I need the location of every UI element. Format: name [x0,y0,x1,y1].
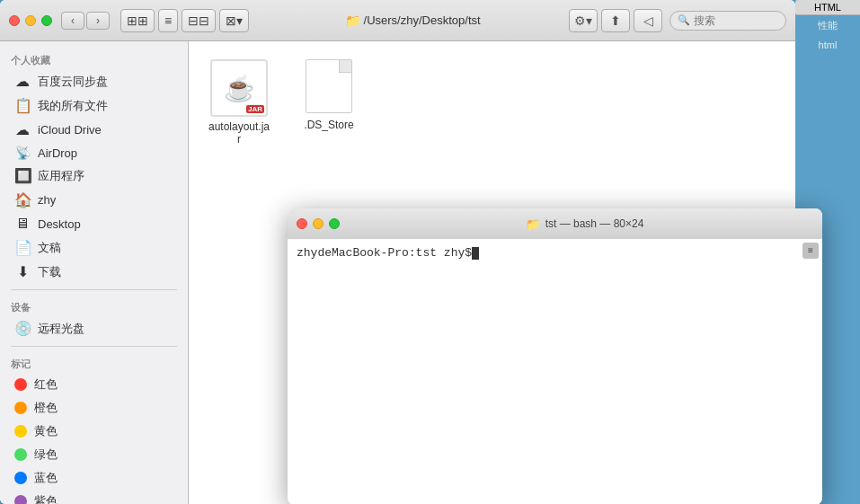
sidebar-item-apps[interactable]: 🔲 应用程序 [4,164,184,188]
cloud-icon: ☁ [14,73,31,90]
airdrop-icon: 📡 [14,146,31,160]
sidebar-label-green: 绿色 [34,447,58,463]
sidebar-label-icloud: iCloud Drive [38,123,102,137]
tags-section-title: 标记 [0,352,188,373]
file-name-autolayout: autolayout.jar [207,120,271,146]
sidebar-item-icloud[interactable]: ☁ iCloud Drive [4,118,184,142]
sidebar-label-downloads: 下载 [38,264,61,280]
search-icon: 🔍 [678,14,690,26]
terminal-traffic-lights [297,218,340,229]
sidebar-divider-2 [11,346,177,347]
terminal-minimize-button[interactable] [313,218,324,229]
terminal-zoom-button[interactable] [329,218,340,229]
orange-dot [14,402,27,414]
favorites-section-title: 个人收藏 [0,49,188,69]
zoom-button[interactable] [41,15,52,26]
desktop-icon: 🖥 [14,216,31,232]
sidebar-tag-orange[interactable]: 橙色 [4,396,184,420]
apps-icon: 🔲 [14,167,31,184]
sidebar-label-baidu: 百度云同步盘 [38,74,108,90]
sidebar-item-downloads[interactable]: ⬇ 下载 [4,260,184,284]
sidebar-label-desktop: Desktop [38,217,81,231]
nav-buttons: ‹ › [61,12,110,30]
sidebar-label-zhy: zhy [38,193,56,207]
terminal-title: 📁 tst — bash — 80×24 [356,217,813,231]
window-title: 📁 /Users/zhy/Desktop/tst [256,13,569,28]
list-view-button[interactable]: ≡ [158,9,178,32]
sidebar-label-remote-disc: 远程光盘 [38,321,84,337]
sidebar-item-zhy[interactable]: 🏠 zhy [4,188,184,212]
sidebar-label-allfiles: 我的所有文件 [38,98,108,114]
blue-dot [14,472,27,484]
search-box: 🔍 [669,11,786,31]
devices-section-title: 设备 [0,296,188,316]
sidebar-divider-1 [11,289,177,290]
file-item-dsstore[interactable]: .DS_Store [293,56,365,149]
view-buttons: ⊞⊞ ≡ ⊟⊟ ⊠▾ [120,9,249,32]
minimize-button[interactable] [25,15,36,26]
sidebar-tag-yellow[interactable]: 黄色 [4,420,184,443]
terminal-cursor [472,247,479,260]
downloads-icon: ⬇ [14,263,31,280]
sidebar-label-red: 红色 [34,376,58,393]
purple-dot [14,495,27,504]
sidebar-tag-purple[interactable]: 紫色 [4,490,184,504]
icon-view-button[interactable]: ⊞⊞ [120,9,155,32]
search-input[interactable] [694,14,778,27]
performance-tab[interactable]: 性能 [795,15,860,36]
home-icon: 🏠 [14,191,31,208]
icloud-icon: ☁ [14,121,31,138]
sidebar-item-baidu[interactable]: ☁ 百度云同步盘 [4,69,184,93]
red-dot [14,378,27,391]
terminal-close-button[interactable] [297,218,307,229]
gear-button[interactable]: ⚙▾ [569,9,598,32]
terminal-prompt-line: zhydeMacBook-Pro:tst zhy$ [297,246,813,260]
sidebar-label-blue: 蓝色 [34,470,58,486]
sidebar: 个人收藏 ☁ 百度云同步盘 📋 我的所有文件 ☁ iCloud Drive 📡 … [0,41,189,504]
folder-icon: 📁 [345,13,360,28]
jar-file-icon: ☕ JAR [210,59,268,117]
sidebar-tag-red[interactable]: 红色 [4,373,184,396]
terminal-titlebar: 📁 tst — bash — 80×24 [288,208,822,239]
share-button[interactable]: ⬆ [601,9,630,32]
terminal-prompt-text: zhydeMacBook-Pro:tst zhy$ [297,246,472,260]
sidebar-tag-blue[interactable]: 蓝色 [4,466,184,490]
terminal-scroll-button[interactable]: ≡ [802,243,819,259]
sidebar-label-docs: 文稿 [38,240,61,256]
terminal-folder-icon: 📁 [526,217,540,231]
sidebar-item-airdrop[interactable]: 📡 AirDrop [4,142,184,164]
action-buttons: ⚙▾ ⬆ ◁ [569,9,662,32]
html-tab[interactable]: HTML [795,0,860,15]
finder-titlebar: ‹ › ⊞⊞ ≡ ⊟⊟ ⊠▾ 📁 /Users/zhy/Desktop/tst … [0,0,795,41]
sidebar-label-orange: 橙色 [34,400,58,416]
traffic-lights [9,15,52,26]
sidebar-label-yellow: 黄色 [34,423,58,439]
sidebar-label-airdrop: AirDrop [38,146,77,160]
column-view-button[interactable]: ⊟⊟ [182,9,216,32]
sidebar-item-remote-disc[interactable]: 💿 远程光盘 [4,316,184,340]
jar-badge: JAR [246,105,264,113]
sidebar-label-apps: 应用程序 [38,168,84,184]
terminal-body[interactable]: zhydeMacBook-Pro:tst zhy$ ≡ [288,239,822,504]
yellow-dot [14,425,27,438]
sidebar-item-docs[interactable]: 📄 文稿 [4,235,184,260]
terminal-window: 📁 tst — bash — 80×24 zhydeMacBook-Pro:ts… [288,208,822,504]
file-name-dsstore: .DS_Store [304,119,353,131]
docs-icon: 📄 [14,239,31,256]
file-grid: ☕ JAR autolayout.jar .DS_Store [203,56,781,149]
sidebar-label-purple: 紫色 [34,493,58,504]
allfiles-icon: 📋 [14,97,31,114]
green-dot [14,448,27,461]
disc-icon: 💿 [14,320,31,337]
back-button[interactable]: ‹ [61,12,84,30]
file-item-autolayout[interactable]: ☕ JAR autolayout.jar [203,56,275,149]
forward-button[interactable]: › [86,12,110,30]
sidebar-item-allfiles[interactable]: 📋 我的所有文件 [4,93,184,118]
sidebar-tag-green[interactable]: 绿色 [4,443,184,466]
tag-button[interactable]: ◁ [634,9,662,32]
gallery-view-button[interactable]: ⊠▾ [219,9,249,32]
sidebar-item-desktop[interactable]: 🖥 Desktop [4,212,184,235]
html-tab2[interactable]: html [795,36,860,54]
close-button[interactable] [9,15,20,26]
